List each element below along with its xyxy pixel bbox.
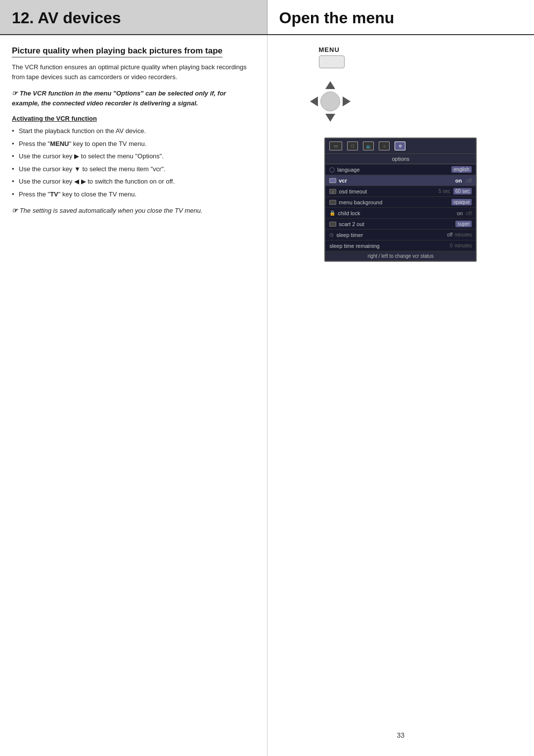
menu-row-scart: scart 2 out super — [325, 219, 476, 230]
header-left: 12. AV devices — [0, 0, 267, 34]
menu-row-sleep-label: ◷ sleep timer — [329, 232, 447, 238]
page-header: 12. AV devices Open the menu — [0, 0, 534, 35]
page-number: 33 — [397, 721, 404, 744]
left-column: Picture quality when playing back pictur… — [0, 35, 267, 756]
sleep-remaining-val: 0 — [450, 243, 453, 248]
list-item: Start the playback function on the AV de… — [12, 126, 255, 136]
icon-sound-shape: ♫ — [383, 144, 386, 148]
steps-list: Start the playback function on the AV de… — [12, 126, 255, 199]
menu-row-osd-label: z osd timeout — [329, 189, 439, 194]
tv-menu-title: options — [325, 154, 476, 164]
dpad-right-arrow — [343, 96, 351, 106]
background-icon — [329, 200, 336, 205]
menu-row-childlock-label: 🔒 child lock — [329, 210, 457, 216]
icon-options-shape: ⚙ — [399, 144, 402, 148]
lang-icon: ◯ — [329, 167, 335, 172]
note2-prefix: ☞ — [12, 207, 18, 214]
menu-row-scart-label: scart 2 out — [329, 221, 455, 227]
icon-widescreen-shape: □ — [352, 143, 354, 148]
menu-label: MENU — [319, 46, 340, 53]
osd-icon: z — [329, 189, 336, 194]
tv-menu-footer: right / left to change vcr status — [325, 251, 476, 261]
dpad-up-arrow — [325, 81, 335, 89]
menu-row-sleep-remaining: sleep time remaining 0 minutes — [325, 240, 476, 251]
osd-5sec: 5 sec — [439, 189, 450, 194]
dpad-center — [320, 92, 340, 111]
dpad-down-arrow — [325, 114, 335, 122]
chapter-title-left: 12. AV devices — [12, 9, 255, 27]
tv-key-label: TV — [50, 190, 58, 198]
list-item: Use the cursor key ▶ to select the menu … — [12, 151, 255, 161]
list-item: Press the "MENU" key to open the TV menu… — [12, 139, 255, 149]
childlock-off: off — [466, 210, 472, 216]
note-vcr-condition: ☞ The VCR function in the menu "Options"… — [12, 89, 255, 108]
intro-text: The VCR function ensures an optimal pict… — [12, 62, 255, 82]
dpad-control — [308, 79, 353, 124]
note-save: ☞ The setting is saved automatically whe… — [12, 206, 255, 216]
subsection-title: Activating the VCR function — [12, 115, 255, 122]
menu-row-sleep: ◷ sleep timer off minutes — [325, 230, 476, 240]
tv-menu-icons-header: ▭ □ 📺 ♫ ⚙ — [325, 139, 476, 154]
icon-aspect-shape: ▭ — [334, 143, 338, 148]
menu-row-vcr-label: vcr — [329, 178, 455, 184]
menu-row-language: ◯ language english — [325, 164, 476, 175]
osd-60sec: 60 sec — [453, 188, 472, 194]
icon-tv: 📺 — [363, 142, 374, 150]
sleep-minutes: minutes — [454, 232, 472, 237]
list-item: Press the "TV" key to close the TV menu. — [12, 189, 255, 199]
list-item: Use the cursor key ▼ to select the menu … — [12, 164, 255, 174]
background-value: opaque — [451, 199, 472, 205]
scart-value: super — [455, 221, 472, 227]
childlock-icon: 🔒 — [329, 210, 335, 216]
menu-row-language-label: ◯ language — [329, 167, 451, 173]
section-title: Picture quality when playing back pictur… — [12, 46, 222, 57]
language-value: english — [451, 166, 472, 173]
note-bold-vcr: The VCR function in the menu "Options" c… — [12, 90, 226, 107]
icon-sound: ♫ — [379, 142, 390, 150]
sleep-remaining-minutes: minutes — [454, 243, 472, 248]
right-column: MENU ▭ □ — [267, 35, 534, 756]
menu-row-osd: z osd timeout 5 sec 60 sec — [325, 186, 476, 197]
menu-button[interactable] — [319, 55, 345, 68]
chapter-title-right: Open the menu — [279, 9, 523, 27]
menu-row-vcr: vcr on off — [325, 175, 476, 186]
sleep-icon: ◷ — [329, 232, 334, 237]
menu-row-background: menu background opaque — [325, 197, 476, 208]
menu-row-background-label: menu background — [329, 199, 451, 205]
header-right: Open the menu — [267, 0, 534, 34]
icon-options-active: ⚙ — [395, 142, 405, 150]
sleep-off: off — [447, 232, 452, 237]
scart-icon — [329, 222, 336, 227]
vcr-icon — [329, 178, 336, 183]
icon-widescreen: □ — [347, 142, 358, 150]
childlock-on: on — [457, 210, 463, 216]
vcr-on-value: on — [455, 178, 462, 184]
list-item: Use the cursor key ◀ ▶ to switch the fun… — [12, 177, 255, 187]
tv-menu-screenshot: ▭ □ 📺 ♫ ⚙ — [324, 138, 477, 262]
icon-tv-shape: 📺 — [366, 144, 371, 148]
menu-row-childlock: 🔒 child lock on off — [325, 208, 476, 219]
icon-aspect: ▭ — [329, 142, 342, 150]
main-content: Picture quality when playing back pictur… — [0, 35, 534, 756]
menu-key-label: MENU — [50, 140, 69, 147]
menu-row-sleep-remaining-label: sleep time remaining — [329, 243, 449, 249]
dpad-left-arrow — [310, 96, 318, 106]
note-prefix: ☞ — [12, 90, 18, 97]
vcr-off-value: off — [466, 178, 472, 184]
